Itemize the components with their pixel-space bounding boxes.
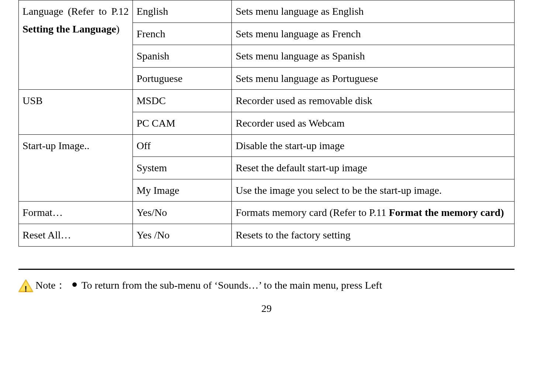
cell-option: System: [133, 157, 232, 179]
cell-startup-label: Start-up Image..: [19, 134, 133, 202]
table-row: Reset All… Yes /No Resets to the factory…: [19, 224, 515, 246]
cell-desc: Formats memory card (Refer to P.11 Forma…: [232, 202, 515, 224]
cell-reset-label: Reset All…: [19, 224, 133, 246]
bullet-icon: [72, 282, 77, 287]
warning-icon: !: [18, 279, 33, 293]
cell-desc: Use the image you select to be the start…: [232, 179, 515, 202]
cell-desc: Sets menu language as French: [232, 23, 515, 45]
page-number: 29: [18, 303, 515, 314]
table-row: Start-up Image.. Off Disable the start-u…: [19, 134, 515, 157]
text: ): [116, 23, 120, 35]
cell-option: Yes/No: [133, 202, 232, 224]
text-bold: Setting the Language: [23, 23, 116, 35]
cell-option: Off: [133, 134, 232, 157]
cell-desc: Disable the start-up image: [232, 134, 515, 157]
settings-table: Language (Refer to P.12 Setting the Lang…: [18, 0, 515, 247]
text: Formats memory card (Refer to P.11: [235, 207, 389, 218]
cell-desc: Recorder used as removable disk: [232, 90, 515, 112]
cell-desc: Recorder used as Webcam: [232, 112, 515, 134]
cell-desc: Sets menu language as Spanish: [232, 45, 515, 68]
text-bold: Format the memory card): [389, 207, 504, 218]
cell-desc: Sets menu language as English: [232, 0, 515, 23]
cell-desc: Reset the default start-up image: [232, 157, 515, 179]
cell-option: French: [133, 23, 232, 45]
note-block: ! Note： To return from the sub-menu of ‘…: [18, 277, 515, 294]
cell-desc: Resets to the factory setting: [232, 224, 515, 246]
note-text: To return from the sub-menu of ‘Sounds…’…: [81, 277, 515, 294]
cell-option: My Image: [133, 179, 232, 202]
table-row: Language (Refer to P.12 Setting the Lang…: [19, 0, 515, 23]
note-label: Note：: [35, 277, 66, 294]
cell-format-label: Format…: [19, 202, 133, 224]
cell-option: Spanish: [133, 45, 232, 68]
cell-usb-label: USB: [19, 90, 133, 134]
table-row: Format… Yes/No Formats memory card (Refe…: [19, 202, 515, 224]
cell-option: Portuguese: [133, 67, 232, 90]
cell-option: PC CAM: [133, 112, 232, 134]
cell-option: Yes /No: [133, 224, 232, 246]
document-page: Language (Refer to P.12 Setting the Lang…: [0, 0, 533, 326]
cell-language-label: Language (Refer to P.12 Setting the Lang…: [19, 0, 133, 90]
cell-option: MSDC: [133, 90, 232, 112]
table-row: USB MSDC Recorder used as removable disk: [19, 90, 515, 112]
cell-option: English: [133, 0, 232, 23]
text: Language (Refer to P.12: [23, 6, 129, 17]
divider: [18, 269, 515, 270]
cell-desc: Sets menu language as Portuguese: [232, 67, 515, 90]
